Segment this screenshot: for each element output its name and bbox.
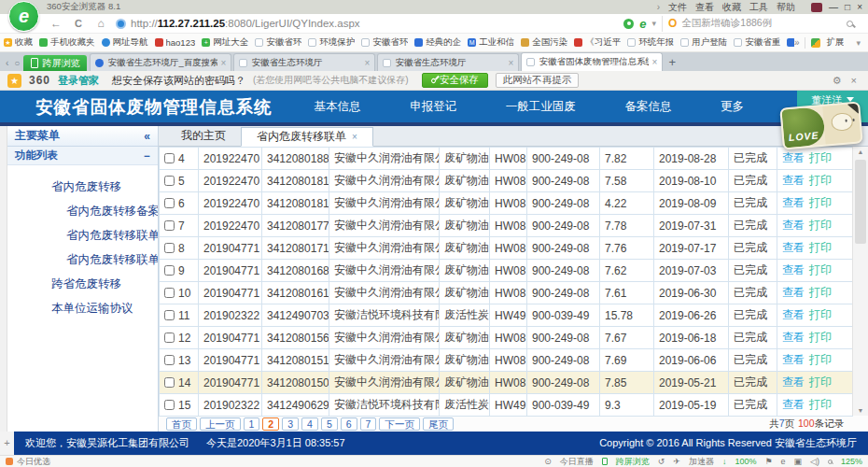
view-link[interactable]: 查看 [782,353,805,366]
page-number-button[interactable]: 4 [301,417,318,431]
view-link[interactable]: 查看 [782,308,805,321]
sidebar-item[interactable]: 跨省危废转移 [7,272,158,296]
view-link[interactable]: 查看 [782,174,805,187]
sidebar-item[interactable]: 省内危废转移联单 [7,223,158,248]
nav-menu-item[interactable]: 申报登记 [410,99,456,115]
search-icon[interactable] [847,21,853,27]
page-number-button[interactable]: 2 [262,417,279,431]
flower-extension-icon[interactable] [623,19,634,29]
row-checkbox[interactable] [164,243,175,253]
tab-close-icon[interactable]: × [652,57,658,67]
gift-icon[interactable] [6,458,13,465]
print-link[interactable]: 打印 [809,241,832,254]
bookmark-item[interactable]: 用户登陆 [680,36,727,49]
accelerator-icon[interactable]: ✈ [673,457,680,466]
print-link[interactable]: 打印 [809,174,832,187]
back-icon[interactable]: ← [49,17,63,30]
today-live-link[interactable]: 今日直播 [560,456,594,467]
sidebar-section-header[interactable]: 功能列表 − [7,147,158,165]
row-checkbox[interactable] [164,220,175,231]
content-tab-close-icon[interactable]: × [352,127,357,147]
refresh-icon[interactable]: C [71,18,86,29]
extensions-icon[interactable] [811,38,820,48]
bookmark-item[interactable]: 手机收藏夹 [39,36,95,49]
first-page-button[interactable]: 首页 [166,417,197,431]
browser-tab[interactable]: 安徽省生态环境厅_百度搜索 × [90,53,231,71]
view-link[interactable]: 查看 [782,263,805,276]
scroll-down-icon[interactable]: ▼ [853,407,868,414]
gear-icon[interactable]: ⚙ [833,75,842,87]
print-link[interactable]: 打印 [809,375,832,389]
zoom-icon[interactable] [828,460,833,464]
row-checkbox[interactable] [164,153,175,163]
nav-menu-item[interactable]: 基本信息 [315,99,361,115]
print-link[interactable]: 打印 [809,286,832,299]
home-icon[interactable]: ⌂ [93,17,108,30]
search-box[interactable]: O 全国新增确诊1886例 [662,16,862,32]
row-checkbox[interactable] [164,310,175,320]
bookmark-item[interactable]: 安徽省环 [255,36,301,49]
live-icon[interactable]: ⊙ [544,457,552,466]
download-arrow-icon[interactable]: ↓ [722,457,727,466]
window-menu-item[interactable]: 工具 [749,1,768,14]
row-checkbox[interactable] [164,377,175,388]
reload-icon[interactable]: ↺ [658,457,665,466]
content-tab[interactable]: 我的主页 [166,126,241,146]
content-tab[interactable]: 省内危废转移联单 × [241,127,373,147]
skin-button[interactable] [811,3,822,12]
print-link[interactable]: 打印 [809,151,832,164]
scrollbar-thumb[interactable] [855,160,866,244]
row-checkbox[interactable] [164,265,175,276]
bookmark-item[interactable]: 网址大全 [202,36,248,49]
ie-mode-icon[interactable]: e [781,457,786,466]
page-number-button[interactable]: 6 [341,417,357,431]
today-picks-link[interactable]: 今日优选 [17,456,50,467]
row-checkbox[interactable] [164,176,175,186]
bookmark-item[interactable]: 工业和信 [468,36,514,49]
view-link[interactable]: 查看 [782,286,805,299]
nav-menu-item[interactable]: 备案信息 [624,99,671,115]
bookmark-item[interactable]: 阜阳市环 [787,36,794,49]
print-link[interactable]: 打印 [809,308,832,321]
vertical-scrollbar[interactable]: ▲ ▼ [852,147,868,416]
view-link[interactable]: 查看 [782,219,805,232]
zoom-percent[interactable]: 125% [841,457,862,466]
bookmark-item[interactable]: 经典的企 [414,36,461,49]
bookmark-item[interactable]: 全国污染 [521,36,567,49]
url-field[interactable]: http://112.27.211.25:8080/LigerUI/QYInde… [116,18,616,29]
scroll-up-icon[interactable]: ▲ [853,149,868,155]
cross-screen-link[interactable]: 跨屏浏览 [616,456,650,467]
nav-menu-item[interactable]: 一般工业固废 [506,99,576,115]
view-link[interactable]: 查看 [782,331,805,344]
row-checkbox[interactable] [164,288,175,298]
page-number-button[interactable]: 1 [244,417,260,431]
bookmark-item[interactable]: 网址导航 [102,36,148,49]
next-page-button[interactable]: 下一页 [379,417,420,431]
maximize-button[interactable]: □ [845,2,850,12]
collapse-section-icon[interactable]: − [144,150,150,162]
accelerator-link[interactable]: 加速器 [689,456,714,467]
bookmark-item[interactable]: 环境保护 [308,36,355,49]
browser-mode-icon[interactable]: e [639,17,646,31]
windows-icon[interactable]: ▣ [794,457,803,466]
window-menu-item[interactable]: 帮助 [777,1,795,14]
close-button[interactable]: × [857,2,862,12]
flag-icon[interactable]: ⚑ [764,457,772,466]
window-menu-item[interactable]: 查看 [695,1,714,14]
tab-close-icon[interactable]: × [221,58,227,68]
sidebar-item[interactable]: 本单位运输协议 [7,296,158,320]
page-number-button[interactable]: 3 [282,417,299,431]
row-checkbox[interactable] [164,198,175,208]
bookmark-item[interactable]: 安徽省重 [734,36,780,49]
bookmark-item[interactable]: 《习近平 [574,36,621,49]
print-link[interactable]: 打印 [809,353,832,366]
extensions-button[interactable]: 扩展 [826,36,844,49]
expand-panel-button[interactable]: + [0,432,14,455]
print-link[interactable]: 打印 [809,331,832,344]
tab-close-icon[interactable]: × [365,58,371,68]
bookmark-item[interactable]: 环统年报 [627,36,674,49]
last-page-button[interactable]: 尾页 [423,417,454,431]
print-link[interactable]: 打印 [809,219,832,232]
view-link[interactable]: 查看 [782,151,805,164]
tab-close-icon[interactable]: × [509,58,514,68]
